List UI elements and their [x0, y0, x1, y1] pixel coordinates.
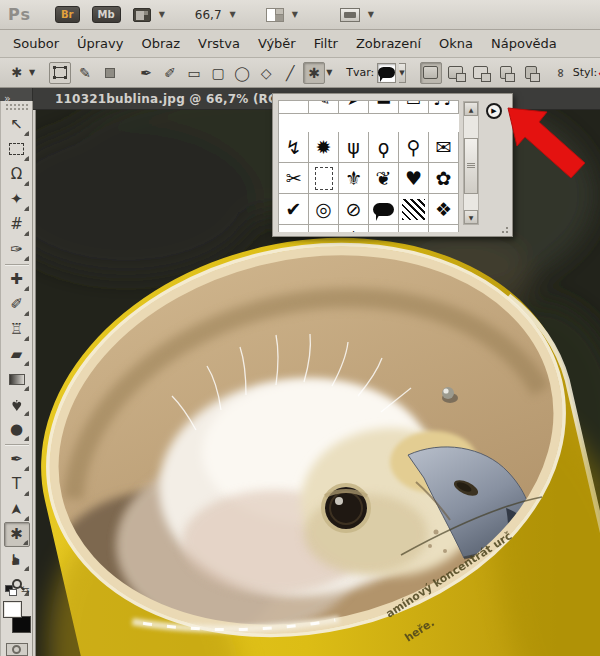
- intersect-shape-button[interactable]: [495, 62, 517, 84]
- view-extras-icon[interactable]: [133, 8, 151, 22]
- marquee-tool[interactable]: [4, 137, 30, 162]
- menu-item-výběr[interactable]: Výběr: [249, 32, 305, 55]
- screen-mode-icon[interactable]: [340, 8, 360, 22]
- shape-explosion[interactable]: ✸: [309, 225, 339, 232]
- shape-envelope[interactable]: ✉: [429, 132, 459, 163]
- arrange-documents-icon[interactable]: [266, 8, 284, 22]
- foreground-color-swatch[interactable]: [3, 601, 22, 618]
- shape-arrow[interactable]: ➤: [339, 101, 369, 114]
- color-swatches: ⇆: [2, 599, 32, 639]
- clone-stamp-tool[interactable]: ♖: [4, 317, 30, 342]
- freeform-pen-tool-button[interactable]: ✐: [159, 62, 181, 84]
- blur-tool[interactable]: ♠: [4, 392, 30, 417]
- gradient-tool[interactable]: [4, 367, 30, 392]
- shape-bar[interactable]: ▬: [369, 101, 399, 114]
- shape-starburst[interactable]: ✹: [309, 132, 339, 163]
- subtract-from-shape-button[interactable]: [470, 62, 492, 84]
- default-colors-and-swap[interactable]: ⇆: [3, 583, 31, 597]
- new-shape-layer-button[interactable]: [420, 62, 442, 84]
- eraser-tool[interactable]: ▰: [4, 342, 30, 367]
- exclude-shape-button[interactable]: [520, 62, 542, 84]
- menu-item-nápověda[interactable]: Nápověda: [482, 32, 566, 55]
- link-style-icon[interactable]: ∞: [554, 68, 568, 78]
- shape-label: Tvar:: [346, 66, 374, 79]
- bridge-button[interactable]: Br: [55, 6, 80, 23]
- shape-target[interactable]: ◎: [309, 194, 339, 225]
- shape-notes[interactable]: ♪♪: [429, 101, 459, 114]
- pen-tool-button[interactable]: ✒: [135, 62, 157, 84]
- menu-item-úpravy[interactable]: Úpravy: [68, 32, 132, 55]
- polygon-tool-button[interactable]: ◇: [255, 62, 277, 84]
- quick-selection-tool[interactable]: ✦: [4, 187, 30, 212]
- pen-tool[interactable]: ✒: [4, 447, 30, 472]
- rectangle-tool-button[interactable]: ▭: [183, 62, 205, 84]
- menu-item-vrstva[interactable]: Vrstva: [189, 32, 249, 55]
- shape-checkmark[interactable]: ✔: [279, 194, 309, 225]
- shape-dashed-frame[interactable]: [309, 163, 339, 194]
- dodge-tool[interactable]: ●: [4, 417, 30, 442]
- chevron-down-icon[interactable]: ▼: [326, 68, 332, 77]
- shape-no-symbol[interactable]: ⊘: [339, 194, 369, 225]
- scroll-down-button[interactable]: ▼: [464, 210, 478, 224]
- shape-heart[interactable]: ♥: [399, 163, 429, 194]
- quick-mask-button[interactable]: [6, 643, 28, 656]
- fill-pixels-mode-button[interactable]: [99, 62, 121, 84]
- resize-grip[interactable]: [501, 226, 509, 234]
- hand-tool[interactable]: ☛: [4, 547, 30, 572]
- lasso-tool[interactable]: Ω: [4, 162, 30, 187]
- shape-picker-dropdown-button[interactable]: ▼: [399, 63, 405, 83]
- shape-layers-mode-button[interactable]: [49, 62, 71, 84]
- shape-lightning[interactable]: ↯: [279, 132, 309, 163]
- shape-square[interactable]: □: [399, 225, 429, 232]
- line-tool-button[interactable]: ╱: [279, 62, 301, 84]
- chevron-down-icon[interactable]: ▼: [159, 10, 165, 19]
- shape-lightbulb[interactable]: ϙ: [369, 132, 399, 163]
- shape-speech-bubble[interactable]: [369, 194, 399, 225]
- custom-shape-tool-button[interactable]: ✱: [303, 62, 325, 84]
- move-tool[interactable]: ↖: [4, 112, 30, 137]
- shape-diamonds[interactable]: ❖: [429, 194, 459, 225]
- chevron-down-icon[interactable]: ▼: [368, 10, 374, 19]
- shape-spiral[interactable]: ⟲: [429, 225, 459, 232]
- path-selection-tool[interactable]: ➤: [4, 497, 30, 522]
- shape-frame[interactable]: ▭: [399, 101, 429, 114]
- shape-grass[interactable]: ψ: [339, 132, 369, 163]
- shape-grid[interactable]: ⊞: [279, 225, 309, 232]
- chevron-down-icon[interactable]: ▼: [292, 10, 298, 19]
- custom-shape-tool[interactable]: ✱: [4, 522, 30, 547]
- shape-pen-stroke[interactable]: ✎: [309, 101, 339, 114]
- shape-hatch[interactable]: [399, 194, 429, 225]
- shape-splat[interactable]: ✿: [429, 163, 459, 194]
- tool-preset-icon[interactable]: ✱: [6, 62, 28, 84]
- menu-item-zobrazení[interactable]: Zobrazení: [347, 32, 430, 55]
- current-shape-swatch[interactable]: [377, 63, 396, 83]
- zoom-level-value[interactable]: 66,7: [195, 8, 222, 22]
- shape-pushpin[interactable]: ⚲: [399, 132, 429, 163]
- ellipse-tool-button[interactable]: ◯: [231, 62, 253, 84]
- shape-paw-print[interactable]: ⁂: [339, 225, 369, 232]
- menu-item-soubor[interactable]: Soubor: [4, 32, 68, 55]
- type-tool[interactable]: T: [4, 472, 30, 497]
- shape-tool-buttons: ✒✐▭▢◯◇╱✱: [135, 62, 325, 84]
- add-to-shape-button[interactable]: [445, 62, 467, 84]
- menu-item-filtr[interactable]: Filtr: [305, 32, 347, 55]
- shape-blank[interactable]: [279, 101, 309, 114]
- swap-colors-icon[interactable]: ⇆: [21, 584, 29, 595]
- shape-ornament[interactable]: ❦: [369, 163, 399, 194]
- healing-brush-tool[interactable]: ✚: [4, 267, 30, 292]
- eyedropper-tool[interactable]: ✑: [4, 237, 30, 262]
- shape-fleur-de-lis[interactable]: ⚜: [339, 163, 369, 194]
- rounded-rectangle-tool-button[interactable]: ▢: [207, 62, 229, 84]
- background-color-swatch[interactable]: [12, 616, 31, 633]
- menu-item-obraz[interactable]: Obraz: [132, 32, 189, 55]
- menu-item-okna[interactable]: Okna: [430, 32, 482, 55]
- panel-grip[interactable]: [6, 104, 28, 110]
- chevron-down-icon[interactable]: ▼: [29, 68, 35, 77]
- shape-scissors[interactable]: ✂: [279, 163, 309, 194]
- paths-mode-button[interactable]: ✎: [74, 62, 96, 84]
- brush-tool[interactable]: ✐: [4, 292, 30, 317]
- mini-bridge-button[interactable]: Mb: [92, 6, 121, 23]
- shape-circle[interactable]: ◯: [369, 225, 399, 232]
- chevron-down-icon[interactable]: ▼: [230, 10, 236, 19]
- crop-tool[interactable]: #: [4, 212, 30, 237]
